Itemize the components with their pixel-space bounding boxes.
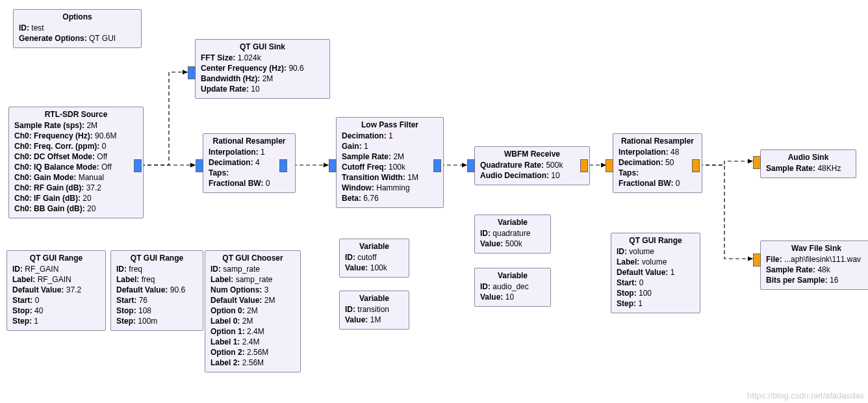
block-title: QT GUI Sink [201,42,324,53]
param-row: Option 1: 2.4M [211,326,295,337]
input-port[interactable] [606,159,613,172]
param-row: ID: volume [617,246,695,257]
param-row: Window: Hamming [342,183,438,193]
param-row: Decimation: 1 [342,131,438,141]
param-row: Quadrature Rate: 500k [480,160,584,170]
block-title: WBFM Receive [480,150,584,160]
param-row: Update Rate: 10 [201,84,324,94]
flowgraph-canvas: Options ID: test Generate Options: QT GU… [0,0,868,403]
param-row: Step: 1 [617,298,695,309]
block-title: Audio Sink [766,153,850,163]
param-row: Audio Decimation: 10 [480,170,584,181]
param-row: Fractional BW: 0 [209,178,290,188]
input-port[interactable] [753,156,761,169]
block-title: Variable [480,218,545,228]
output-port[interactable] [134,159,142,172]
param-row: Fractional BW: 0 [619,178,696,188]
param-row: Step: 100m [116,316,198,326]
variable-cutoff-block[interactable]: Variable ID: cutoffValue: 100k [339,239,409,278]
param-row: Gain: 1 [342,141,438,151]
param-row: Default Value: 2M [211,295,295,306]
param-row: Center Frequency (Hz): 90.6 [201,63,324,73]
input-port[interactable] [196,159,203,172]
output-port[interactable] [692,159,700,172]
param-row: Beta: 6.76 [342,193,438,203]
param-row: Ch0: IF Gain (dB): 20 [14,193,138,203]
param-row: Ch0: Freq. Corr. (ppm): 0 [14,141,138,151]
param-row: Cutoff Freq: 100k [342,162,438,172]
block-title: Wav File Sink [766,244,867,254]
param-row: Ch0: RF Gain (dB): 37.2 [14,183,138,193]
param-row: ID: RF_GAIN [12,264,100,274]
param-row: Value: 500k [480,239,545,249]
input-port[interactable] [467,159,475,172]
param-row: Option 2: 2.56M [211,347,295,358]
param-row: Decimation: 50 [619,157,696,168]
qt-gui-range-volume-block[interactable]: QT GUI Range ID: volumeLabel: volumeDefa… [611,233,700,313]
qt-gui-range-freq-block[interactable]: QT GUI Range ID: freqLabel: freqDefault … [110,250,203,331]
param-row: Label 0: 2M [211,316,295,326]
wbfm-receive-block[interactable]: WBFM Receive Quadrature Rate: 500kAudio … [474,146,590,185]
output-port[interactable] [580,159,588,172]
param-row: Value: 10 [480,292,545,302]
block-title: Options [19,12,136,23]
block-title: Variable [345,294,403,304]
param-row: Value: 100k [345,263,403,273]
param-row: ID: freq [116,264,198,274]
param-row: ID: quadrature [480,228,545,239]
param-row: Stop: 40 [12,306,100,316]
block-title: QT GUI Range [12,254,100,264]
variable-transition-block[interactable]: Variable ID: transitionValue: 1M [339,291,409,330]
param-row: Step: 1 [12,316,100,326]
param-row: Ch0: Frequency (Hz): 90.6M [14,131,138,141]
param-row: Taps: [209,168,290,178]
param-row: Value: 1M [345,315,403,325]
input-port[interactable] [188,66,196,79]
param-row: Sample Rate (sps): 2M [14,120,138,131]
block-title: QT GUI Range [116,254,198,264]
param-row: Ch0: IQ Balance Mode: Off [14,162,138,172]
param-row: Generate Options: QT GUI [19,33,136,44]
input-port[interactable] [329,159,337,172]
options-block[interactable]: Options ID: test Generate Options: QT GU… [13,9,142,48]
block-title: Variable [345,242,403,252]
param-row: ID: samp_rate [211,264,295,274]
param-row: File: ...aph\filesink\111.wav [766,254,867,265]
param-row: Bandwidth (Hz): 2M [201,73,324,84]
variable-audio-dec-block[interactable]: Variable ID: audio_decValue: 10 [474,268,551,307]
qt-gui-sink-block[interactable]: QT GUI Sink FFT Size: 1.024kCenter Frequ… [195,39,330,99]
param-row: ID: transition [345,304,403,315]
output-port[interactable] [279,159,287,172]
param-row: Sample Rate: 2M [342,151,438,162]
variable-quadrature-block[interactable]: Variable ID: quadratureValue: 500k [474,214,551,254]
watermark: https://blog.csdn.net/afadasdas [747,391,864,400]
input-port[interactable] [753,254,761,266]
param-row: Stop: 108 [116,306,198,316]
param-row: Interpolation: 48 [619,147,696,157]
param-row: Label: volume [617,257,695,267]
rtl-sdr-source-block[interactable]: RTL-SDR Source Sample Rate (sps): 2MCh0:… [8,107,144,218]
param-row: Start: 0 [617,278,695,288]
block-title: Low Pass Filter [342,120,438,131]
audio-sink-block[interactable]: Audio Sink Sample Rate: 48KHz [760,150,856,178]
block-title: Rational Resampler [209,136,290,147]
param-row: ID: test [19,23,136,33]
param-row: FFT Size: 1.024k [201,53,324,63]
param-row: Label: samp_rate [211,274,295,285]
qt-gui-range-rf-block[interactable]: QT GUI Range ID: RF_GAINLabel: RF_GAINDe… [6,250,106,331]
rational-resampler-2-block[interactable]: Rational Resampler Interpolation: 48Deci… [613,133,702,193]
block-title: Rational Resampler [619,136,696,147]
param-row: Label: freq [116,274,198,285]
param-row: Sample Rate: 48KHz [766,163,850,174]
output-port[interactable] [433,159,441,172]
low-pass-filter-block[interactable]: Low Pass Filter Decimation: 1Gain: 1Samp… [336,117,444,208]
param-row: Label: RF_GAIN [12,274,100,285]
param-row: Default Value: 37.2 [12,285,100,295]
param-row: Transition Width: 1M [342,172,438,183]
wav-file-sink-block[interactable]: Wav File Sink File: ...aph\filesink\111.… [760,240,868,290]
param-row: Ch0: DC Offset Mode: Off [14,151,138,162]
param-row: Start: 76 [116,295,198,306]
param-row: ID: cutoff [345,252,403,263]
param-row: Default Value: 90.6 [116,285,198,295]
qt-gui-chooser-block[interactable]: QT GUI Chooser ID: samp_rateLabel: samp_… [205,250,301,372]
